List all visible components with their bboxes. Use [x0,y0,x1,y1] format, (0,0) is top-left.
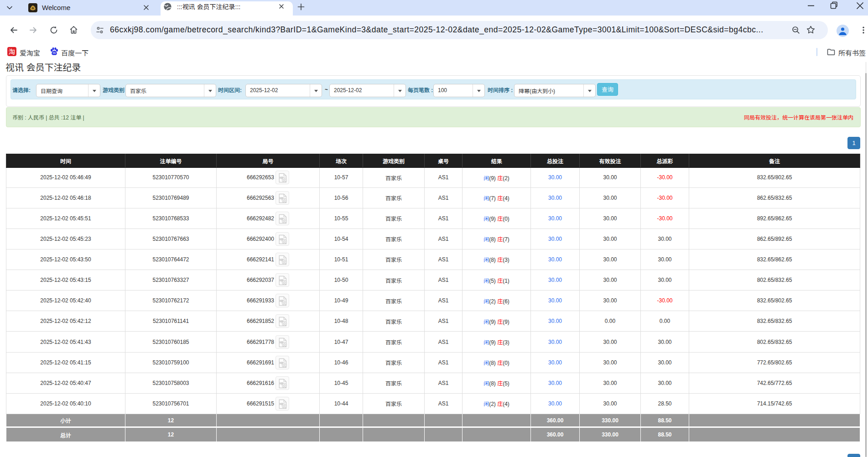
svg-text:du: du [52,51,56,54]
